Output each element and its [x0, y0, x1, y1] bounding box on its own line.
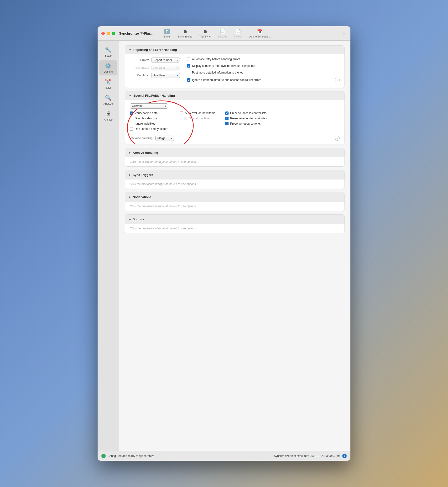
minimize-button[interactable]	[107, 32, 110, 35]
statusbar: Configured and ready to synchronize. Syn…	[97, 451, 351, 461]
preset-select[interactable]: Custom:	[130, 103, 168, 109]
preserve-resource-checkbox[interactable]	[225, 122, 229, 125]
preserve-acl-checkbox[interactable]	[225, 111, 229, 115]
auto-exclude-checkbox[interactable]	[180, 111, 183, 115]
special-file-title: Special File/Folder Handling	[133, 94, 175, 97]
reporting-section: ▼ Reporting and Error Handling Errors: R…	[125, 45, 345, 88]
content-area: ▼ Reporting and Error Handling Errors: R…	[119, 41, 351, 451]
sync-triggers-section: ▶ Sync Triggers Click the disclosure tri…	[125, 170, 345, 189]
display-summary-row: Display summary after synchronization co…	[187, 64, 340, 67]
dont-create-empty-row: Don't create empty folders	[130, 127, 175, 131]
preserve-extended-label: Preserve extended attributes	[230, 117, 267, 120]
toolbar-synchronize[interactable]: ⏺ Synchronize	[175, 27, 195, 39]
sidebar-analyze-label: Analyze	[104, 102, 113, 105]
exclude-label: Exclude	[218, 35, 227, 38]
sidebar-options-label: Options	[104, 70, 113, 73]
reporting-left-col: Errors: Report to User ▼ Roll	[130, 58, 180, 84]
notifications-header[interactable]: ▶ Notifications	[125, 192, 344, 202]
include-label: Include	[234, 35, 242, 38]
preserve-extended-row: Preserve extended attributes	[225, 117, 340, 120]
archive-header[interactable]: ▶ Archive Handling	[125, 148, 344, 157]
status-dot-icon	[101, 454, 106, 458]
only-root-level-checkbox[interactable]	[184, 117, 187, 120]
toolbar-save[interactable]: ⬆️ Save	[160, 27, 174, 39]
sidebar: 🔧 Setup ⚙️ Options ✂️ Rules 🔍 Analyze 🗄 …	[97, 41, 119, 451]
close-button[interactable]	[101, 32, 105, 35]
sync-triggers-header[interactable]: ▶ Sync Triggers	[125, 170, 344, 180]
conflicts-select-wrapper: Ask User ▼	[151, 73, 180, 78]
sounds-collapsed-text: Click the disclosure triangle at the lef…	[125, 224, 344, 233]
toolbar: ⬆️ Save ⏺ Synchronize ⏺ Trial Sync. 📄 Ex…	[160, 27, 347, 39]
dont-create-empty-checkbox[interactable]	[130, 127, 133, 131]
toolbar-include[interactable]: 📄 Include	[231, 27, 246, 39]
rollbacks-label: Roll-backs:	[130, 66, 149, 69]
sidebar-item-setup[interactable]: 🔧 Setup	[99, 44, 117, 59]
dont-create-empty-label: Don't create empty folders	[135, 127, 168, 131]
notifications-chevron: ▶	[129, 196, 131, 199]
reporting-right-col: Automatic retry before handling errors D…	[185, 58, 340, 84]
info-icon[interactable]: i	[342, 454, 347, 458]
options-icon: ⚙️	[105, 63, 112, 69]
conflicts-row: Conflicts: Ask User ▼	[130, 73, 180, 78]
notifications-section: ▶ Notifications Click the disclosure tri…	[125, 192, 345, 211]
statusbar-right-text: Synchronizer last executed: 2023-10-20, …	[274, 454, 340, 458]
archive-collapsed-text: Click the disclosure triangle at the lef…	[125, 157, 344, 166]
archive-icon: 🗄	[106, 111, 111, 117]
sidebar-item-options[interactable]: ⚙️ Options	[99, 60, 117, 75]
rollbacks-select[interactable]: Ask User	[151, 65, 180, 70]
special-help-icon[interactable]: ?	[335, 136, 340, 140]
ignore-extended-checkbox[interactable]	[187, 78, 190, 82]
display-summary-checkbox[interactable]	[187, 64, 190, 67]
reporting-header[interactable]: ▼ Reporting and Error Handling	[125, 46, 344, 54]
special-file-section: ▼ Special File/Folder Handling Custom: ▼	[125, 91, 345, 144]
sidebar-item-rules[interactable]: ✂️ Rules	[99, 76, 117, 91]
reporting-help-icon[interactable]: ?	[335, 78, 340, 82]
verify-copied-row: Verify copied data	[130, 111, 175, 115]
special-col3: Preserve access control lists Preserve e…	[225, 111, 340, 132]
post-detailed-row: Post more detailed information to the lo…	[187, 71, 340, 74]
auto-retry-label: Automatic retry before handling errors	[192, 58, 240, 61]
errors-select[interactable]: Report to User	[151, 58, 180, 63]
reporting-body: Errors: Report to User ▼ Roll	[125, 54, 344, 88]
auto-retry-checkbox[interactable]	[187, 58, 190, 61]
special-file-body: Custom: ▼ Verify copied data	[125, 100, 344, 144]
toolbar-more-button[interactable]: »	[341, 29, 347, 37]
toolbar-exclude[interactable]: 📄 Exclude	[215, 27, 230, 39]
analyze-icon: 🔍	[105, 95, 112, 101]
only-root-level-label: Only at root level	[189, 117, 210, 120]
post-detailed-checkbox[interactable]	[187, 71, 190, 74]
sync-triggers-chevron: ▶	[129, 173, 131, 176]
verify-copied-checkbox[interactable]	[130, 111, 133, 115]
special-file-header[interactable]: ▼ Special File/Folder Handling	[125, 91, 344, 100]
conflicts-label: Conflicts:	[130, 74, 149, 77]
errors-label: Errors:	[130, 58, 149, 62]
ignore-invisibles-label: Ignore invisibles	[135, 122, 155, 125]
preset-row: Custom: ▼	[130, 103, 340, 109]
sounds-header[interactable]: ▶ Sounds	[125, 215, 344, 224]
disable-safecopy-checkbox[interactable]	[130, 117, 133, 120]
sidebar-item-analyze[interactable]: 🔍 Analyze	[99, 92, 117, 107]
notifications-title: Notifications	[133, 195, 152, 199]
package-select[interactable]: Merge	[155, 136, 174, 141]
sounds-chevron: ▶	[129, 218, 131, 221]
save-label: Save	[164, 35, 170, 38]
fullscreen-button[interactable]	[112, 32, 115, 35]
post-detailed-label: Post more detailed information to the lo…	[192, 71, 243, 74]
add-to-schedule-icon: 📅	[257, 29, 263, 34]
sidebar-item-archive[interactable]: 🗄 Archive	[99, 108, 117, 124]
save-icon: ⬆️	[164, 29, 170, 34]
rules-icon: ✂️	[105, 79, 112, 85]
toolbar-add-to-schedule[interactable]: 📅 Add to Schedule...	[246, 27, 274, 39]
synchronize-icon: ⏺	[183, 29, 187, 34]
sidebar-setup-label: Setup	[105, 54, 112, 57]
toolbar-trial-sync[interactable]: ⏺ Trial Sync.	[196, 27, 214, 39]
special-file-columns: Verify copied data Disable safe-copy Ign…	[130, 111, 340, 132]
setup-icon: 🔧	[105, 47, 112, 53]
ignore-invisibles-checkbox[interactable]	[130, 122, 133, 125]
package-select-wrapper: Merge ▼	[155, 136, 174, 141]
conflicts-select[interactable]: Ask User	[151, 73, 180, 78]
statusbar-left-text: Configured and ready to synchronize.	[108, 454, 155, 458]
only-root-level-row: Only at root level	[180, 117, 220, 120]
preserve-resource-label: Preserve resource forks	[230, 122, 261, 125]
preserve-extended-checkbox[interactable]	[225, 117, 229, 120]
